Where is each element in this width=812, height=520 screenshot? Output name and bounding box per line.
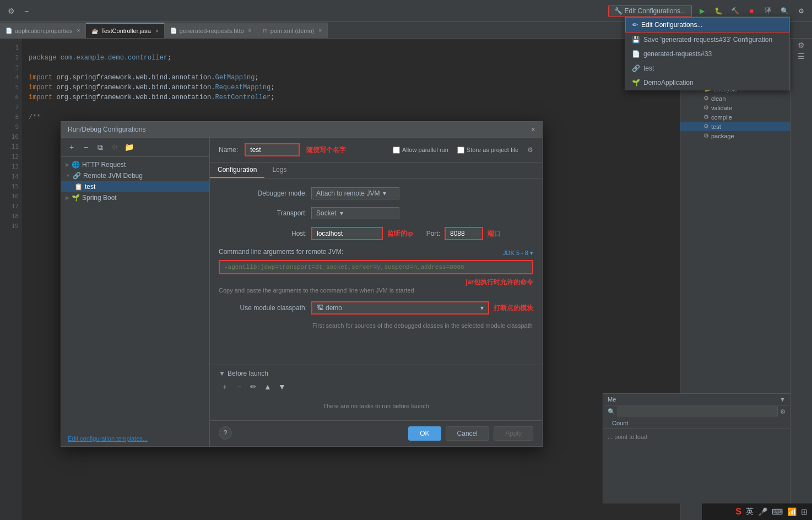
cmdline-note: Copy and paste the arguments to the comm…	[219, 287, 533, 294]
modal-title: Run/Debug Configurations	[68, 126, 145, 133]
cmdline-hint: jar包执行时允许的命令	[465, 278, 533, 287]
dropdown-test[interactable]: 🔗 test	[625, 61, 789, 75]
expand-icon[interactable]: ▼	[779, 396, 786, 403]
dropdown-generated-requests[interactable]: 📄 generated-requests#33	[625, 47, 789, 61]
checkbox-group: Allow parallel run Store as project file…	[393, 146, 533, 154]
taskbar-s-icon[interactable]: S	[735, 507, 741, 517]
dropdown-save-config[interactable]: 💾 Save 'generated-requests#33' Configura…	[625, 32, 789, 47]
search-icon[interactable]: 🔍	[778, 4, 791, 18]
tab-close-icon[interactable]: ×	[77, 28, 80, 34]
remove-config-button[interactable]: −	[80, 141, 92, 153]
list-icon[interactable]: ☰	[798, 52, 805, 61]
store-project-input[interactable]	[457, 147, 464, 154]
taskbar-lang-icon[interactable]: 英	[746, 507, 754, 517]
config-tree: ▶ 🌐 HTTP Request ▼ 🔗 Remote JVM Debug 📋 …	[61, 157, 209, 431]
modal-sidebar: + − ⧉ ⚙ 📁 ▶ 🌐 HTTP Request ▼	[61, 138, 210, 446]
move-down-button[interactable]: ▼	[276, 381, 288, 393]
parallel-run-input[interactable]	[393, 147, 400, 154]
remove-task-button[interactable]: −	[233, 381, 245, 393]
taskbar-signal-icon[interactable]: 📶	[787, 507, 797, 516]
tab-logs[interactable]: Logs	[264, 162, 294, 178]
settings-icon[interactable]: ⚙	[4, 4, 18, 18]
tab-testcontroller[interactable]: ☕ TestController.java ×	[86, 23, 164, 38]
maven-compile[interactable]: ⚙ compile	[680, 112, 790, 122]
build-icon[interactable]: 🔨	[728, 4, 741, 18]
host-port-control: 监听的ip Port: 端口	[311, 227, 533, 240]
help-button[interactable]: ?	[219, 426, 232, 440]
taskbar-grid-icon[interactable]: ⊞	[801, 507, 808, 516]
maven-test[interactable]: ⚙ test	[680, 122, 790, 131]
tab-configuration[interactable]: Configuration	[210, 162, 264, 178]
gear-icon: ⚙	[703, 123, 709, 130]
debugger-mode-control: Attach to remote JVM ▾	[311, 187, 533, 199]
name-input[interactable]	[245, 143, 300, 156]
bottom-right-panel: Me ▼ 🔍 ⚙ Count ... point to load	[603, 393, 790, 503]
maven-package[interactable]: ⚙ package	[680, 131, 790, 140]
tab-pom-xml[interactable]: m pom.xml (demo) ×	[257, 23, 328, 38]
config-group-http[interactable]: ▶ 🌐 HTTP Request	[61, 159, 209, 170]
host-input[interactable]	[311, 227, 383, 240]
module-control: 🏗 demo ▾ 打断点的模块	[311, 301, 533, 315]
cmdline-input[interactable]	[219, 260, 533, 274]
config-item-test-label: test	[85, 183, 95, 191]
collapse-icon[interactable]: ▼	[219, 370, 225, 377]
tab-icon: m	[263, 28, 267, 34]
edit-icon: ✏	[632, 21, 638, 29]
apply-button[interactable]: Apply	[494, 426, 533, 441]
remote-jvm-icon: 🔗	[73, 172, 81, 180]
tab-close-icon[interactable]: ×	[318, 28, 322, 34]
add-task-button[interactable]: +	[219, 381, 231, 393]
taskbar-keyboard-icon[interactable]: ⌨	[772, 507, 783, 516]
tab-close-icon[interactable]: ×	[155, 28, 159, 34]
store-settings-icon[interactable]: ⚙	[527, 146, 533, 154]
store-project-file-checkbox[interactable]: Store as project file	[457, 147, 518, 154]
add-config-button[interactable]: +	[66, 141, 78, 153]
modal-close-button[interactable]: ×	[531, 125, 535, 134]
module-label: Use module classpath:	[219, 304, 307, 312]
tab-generated-requests[interactable]: 📄 generated-requests.http ×	[165, 23, 258, 38]
debug-button[interactable]: 🐛	[712, 4, 725, 18]
maven-validate[interactable]: ⚙ validate	[680, 103, 790, 112]
settings-icon[interactable]: ⚙	[780, 408, 786, 415]
allow-parallel-run-checkbox[interactable]: Allow parallel run	[393, 147, 448, 154]
transport-row: Transport: Socket ▾	[219, 207, 533, 219]
move-up-button[interactable]: ▲	[262, 381, 274, 393]
modal-main: Name: 随便写个名字 Allow parallel run Store as…	[210, 138, 542, 446]
me-label: Me	[608, 396, 616, 403]
count-row: Count	[603, 418, 790, 429]
stop-icon[interactable]: ■	[745, 4, 758, 18]
tab-icon: ☕	[91, 28, 98, 34]
module-select[interactable]: 🏗 demo ▾	[311, 301, 489, 315]
dropdown-arrow-icon: ▾	[383, 189, 386, 197]
module-row: Use module classpath: 🏗 demo ▾ 打断点的模块	[219, 301, 533, 315]
modal-buttons: ? OK Cancel Apply	[210, 420, 542, 446]
search-input[interactable]	[618, 407, 778, 416]
transport-select[interactable]: Socket ▾	[311, 207, 399, 219]
edit-task-button[interactable]: ✏	[247, 381, 259, 393]
settings-icon[interactable]: ⚙	[798, 41, 805, 50]
config-item-test[interactable]: 📋 test	[61, 181, 209, 192]
tab-application-properties[interactable]: 📄 application.properties ×	[0, 23, 86, 38]
settings-gear-icon[interactable]: ⚙	[794, 4, 808, 18]
minimize-icon[interactable]: −	[20, 4, 33, 18]
cancel-button[interactable]: Cancel	[446, 426, 489, 441]
run-config-dropdown[interactable]: 🔧 Edit Configurations...	[608, 6, 692, 17]
translate-icon[interactable]: 译	[761, 4, 775, 18]
config-group-spring-boot[interactable]: ▶ 🌱 Spring Boot	[61, 192, 209, 203]
config-group-remote-jvm[interactable]: ▼ 🔗 Remote JVM Debug	[61, 170, 209, 181]
maven-clean[interactable]: ⚙ clean	[680, 94, 790, 103]
maven-package-label: package	[711, 133, 734, 139]
ok-button[interactable]: OK	[408, 426, 441, 441]
module-note: First search for sources of the debugged…	[219, 322, 533, 329]
debugger-mode-select[interactable]: Attach to remote JVM ▾	[311, 187, 399, 199]
taskbar-mic-icon[interactable]: 🎤	[758, 507, 767, 516]
port-input[interactable]	[445, 227, 483, 240]
copy-config-button[interactable]: ⧉	[94, 141, 106, 153]
chevron-icon: ▶	[66, 195, 69, 201]
run-button[interactable]: ▶	[695, 4, 708, 18]
dropdown-edit-configs[interactable]: ✏ Edit Configurations...	[625, 17, 789, 32]
edit-templates-link[interactable]: Edit configuration templates...	[61, 431, 209, 446]
jdk-link[interactable]: JDK 5 - 8 ▾	[503, 250, 533, 257]
tab-close-icon[interactable]: ×	[248, 28, 252, 34]
dropdown-demo-application[interactable]: 🌱 DemoApplication	[625, 75, 789, 90]
